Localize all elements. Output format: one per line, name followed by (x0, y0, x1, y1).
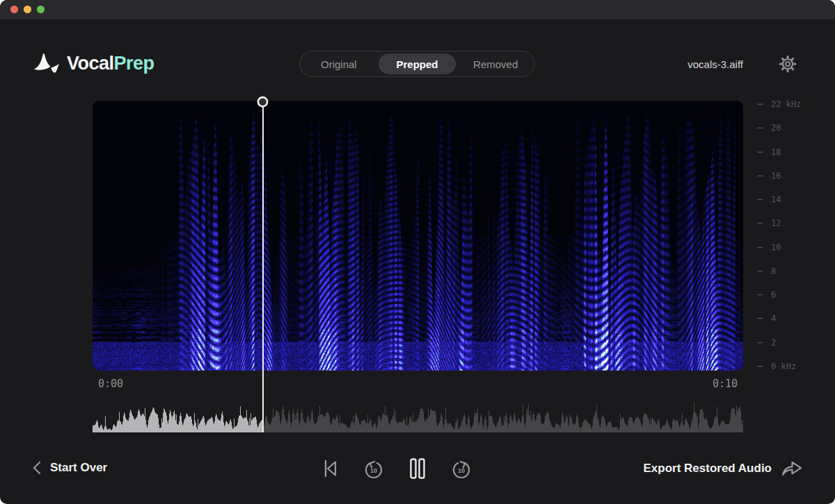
freq-tick (757, 342, 763, 343)
traffic-light-close[interactable] (10, 6, 18, 13)
tab-removed[interactable]: Removed (456, 51, 534, 76)
app-logo: VocalPrep (33, 51, 154, 75)
freq-tick (757, 247, 763, 248)
view-mode-tabs: Original Prepped Removed (299, 51, 535, 77)
freq-row: 10 (757, 243, 827, 252)
rewind-10-button[interactable]: 10 (363, 457, 385, 480)
freq-row: 20 (757, 123, 827, 133)
pause-icon (409, 457, 427, 480)
freq-row: 4 (757, 314, 827, 323)
spectrogram-canvas[interactable] (93, 101, 743, 371)
skip-to-start-icon (322, 458, 339, 479)
freq-row: 2 (757, 338, 827, 348)
traffic-light-minimize[interactable] (24, 6, 31, 13)
freq-tick (757, 294, 763, 295)
traffic-light-zoom[interactable] (37, 6, 45, 13)
freq-tick (757, 127, 763, 129)
waveform-scrubber[interactable] (93, 399, 743, 432)
share-arrow-icon (780, 459, 804, 478)
title-bar (0, 0, 835, 20)
tab-prepped[interactable]: Prepped (379, 54, 456, 74)
freq-tick (757, 270, 763, 272)
gear-icon (778, 54, 800, 74)
app-window: VocalPrep Original Prepped Removed vocal… (0, 0, 835, 504)
freq-tick (757, 199, 763, 200)
forward-10-icon: 10 (450, 457, 472, 480)
freq-row: 6 (757, 290, 827, 300)
svg-text:10: 10 (458, 467, 465, 474)
pause-button[interactable] (409, 457, 427, 480)
freq-row: 8 (757, 266, 827, 276)
rewind-10-icon: 10 (363, 457, 385, 480)
freq-row: 16 (757, 171, 827, 181)
freq-row: 12 (757, 218, 827, 228)
freq-tick (757, 104, 763, 105)
settings-button[interactable] (778, 53, 800, 75)
freq-tick (757, 222, 763, 224)
freq-row: 0 kHz (757, 361, 827, 371)
freq-tick (757, 152, 763, 153)
export-restored-audio-button[interactable]: Export Restored Audio (644, 459, 804, 478)
spectrogram-panel (93, 101, 743, 371)
playhead-handle[interactable] (257, 96, 269, 108)
time-end-label: 0:10 (713, 377, 738, 390)
vocalprep-logo-icon (33, 51, 60, 75)
freq-tick (757, 366, 763, 367)
svg-text:10: 10 (370, 467, 377, 474)
time-start-label: 0:00 (98, 377, 123, 390)
start-over-button[interactable]: Start Over (32, 460, 107, 475)
freq-tick (757, 318, 763, 319)
frequency-axis: 22 kHz 20 18 16 14 12 10 8 6 4 2 0 kHz (757, 99, 827, 371)
tab-original[interactable]: Original (300, 51, 378, 76)
skip-to-start-button[interactable] (322, 458, 339, 479)
filename-label: vocals-3.aiff (687, 58, 743, 70)
chevron-left-icon (32, 460, 42, 475)
freq-row: 18 (757, 147, 827, 157)
app-title: VocalPrep (67, 53, 154, 74)
forward-10-button[interactable]: 10 (450, 457, 472, 480)
freq-row: 14 (757, 195, 827, 204)
freq-row: 22 kHz (757, 99, 827, 109)
playhead-line[interactable] (262, 106, 264, 432)
freq-tick (757, 175, 763, 177)
